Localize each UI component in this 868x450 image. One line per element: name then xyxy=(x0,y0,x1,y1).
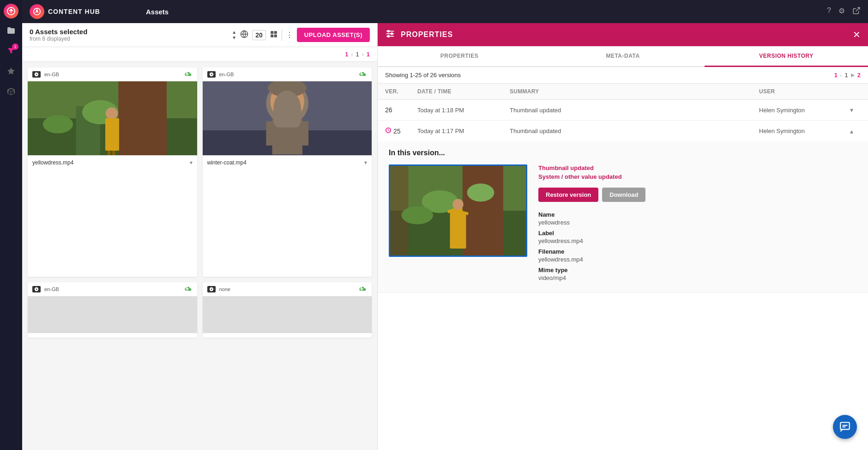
pagination-next[interactable]: › xyxy=(362,51,364,58)
svg-point-19 xyxy=(106,107,118,119)
ver-page-first[interactable]: 1 xyxy=(834,72,838,79)
app-logo xyxy=(30,4,44,19)
cloud-icon xyxy=(358,70,367,79)
version-row-25-main[interactable]: 25 Today at 1:17 PM Thumbnail updated He… xyxy=(378,121,868,141)
tab-meta-data[interactable]: META-DATA xyxy=(541,46,705,66)
svg-rect-62 xyxy=(840,422,850,429)
main-content: CONTENT HUB Assets ? ⚙ 0 Assets selected xyxy=(22,0,868,450)
assets-pagination: 1 ‹ 1 › 1 xyxy=(22,47,377,62)
version-thumb-img xyxy=(390,166,526,255)
meta-filename-label: Filename xyxy=(538,248,857,255)
in-this-version-title: In this version... xyxy=(389,149,857,157)
sidebar-item-star[interactable] xyxy=(3,63,19,79)
help-icon[interactable]: ? xyxy=(827,6,831,17)
ver-summary-26: Thumbnail updated xyxy=(510,107,759,114)
ver-page-last[interactable]: 2 xyxy=(857,72,861,79)
version-current-icon xyxy=(385,127,392,135)
tab-version-history[interactable]: VERSION HISTORY xyxy=(705,46,868,67)
properties-title: PROPERTIES xyxy=(401,30,847,39)
version-showing-text: Showing 1-25 of 26 versions xyxy=(385,72,461,79)
svg-rect-18 xyxy=(106,118,117,146)
asset-card-yellowdress[interactable]: en-GB xyxy=(28,67,197,277)
meta-filename: Filename yellowdress.mp4 xyxy=(538,248,857,263)
ver-page-prev[interactable]: ‹ xyxy=(840,73,842,78)
pagination-first[interactable]: 1 xyxy=(345,51,348,58)
svg-point-55 xyxy=(452,199,464,210)
locale-badge: none xyxy=(219,286,230,292)
pagination-current: 1 xyxy=(356,51,359,58)
asset-card-wintercoat[interactable]: en-GB xyxy=(203,67,372,277)
svg-point-61 xyxy=(457,243,464,247)
svg-rect-20 xyxy=(109,118,114,130)
ver-col-actions xyxy=(842,88,861,95)
asset-card-header: none xyxy=(203,282,372,296)
version-changes: Thumbnail updated System / other value u… xyxy=(538,164,857,180)
pagination-prev[interactable]: ‹ xyxy=(351,51,353,58)
asset-card-header: en-GB xyxy=(203,67,372,81)
version-table-header: Ver. Date / Time Summary User xyxy=(378,84,868,100)
svg-rect-7 xyxy=(271,34,273,37)
cloud-icon xyxy=(358,285,367,293)
svg-point-53 xyxy=(467,183,494,201)
svg-rect-6 xyxy=(274,31,277,34)
sidebar-item-folder[interactable] xyxy=(3,22,19,39)
ver-col-date: Date / Time xyxy=(417,88,510,95)
properties-icon xyxy=(385,29,395,41)
ver-page-current: 1 xyxy=(845,72,848,79)
meta-filename-value: yellowdress.mp4 xyxy=(538,256,857,263)
svg-line-2 xyxy=(856,7,860,11)
ver-page-next[interactable]: ▶ xyxy=(851,72,855,78)
ver-col-summary: Summary xyxy=(510,88,759,95)
grid-view-icon[interactable] xyxy=(270,30,278,40)
meta-mimetype-label: Mime type xyxy=(538,267,857,274)
filter-badge: 1 xyxy=(12,43,18,50)
asset-dropdown-arrow[interactable]: ▾ xyxy=(364,159,367,166)
download-button[interactable]: Download xyxy=(602,188,645,202)
ver-num-26: 26 xyxy=(385,106,417,114)
logo-icon[interactable] xyxy=(4,4,18,18)
ver-toggle-25[interactable]: ▴ xyxy=(842,128,861,135)
tab-properties[interactable]: PROPERTIES xyxy=(378,46,541,66)
more-options-icon[interactable]: ⋮ xyxy=(286,30,293,39)
version-row-26-main[interactable]: 26 Today at 1:18 PM Thumbnail updated He… xyxy=(378,100,868,120)
asset-name: winter-coat.mp4 xyxy=(207,159,247,166)
assets-panel: 0 Assets selected from 8 displayed ▲ ▼ 2… xyxy=(22,23,378,450)
topbar-icons: ? ⚙ xyxy=(827,6,861,17)
version-row-25: 25 Today at 1:17 PM Thumbnail updated He… xyxy=(378,121,868,293)
globe-icon[interactable] xyxy=(240,30,248,40)
version-pagination: Showing 1-25 of 26 versions 1 ‹ 1 ▶ 2 xyxy=(378,67,868,84)
chatbot-button[interactable] xyxy=(833,415,857,439)
video-type-icon xyxy=(207,71,216,78)
sidebar-item-filter[interactable]: 1 xyxy=(3,43,19,59)
version-expanded-body: Thumbnail updated System / other value u… xyxy=(389,164,857,281)
settings-icon[interactable]: ⚙ xyxy=(838,6,845,17)
svg-rect-49 xyxy=(463,166,503,255)
export-icon[interactable] xyxy=(852,6,861,17)
asset-card-3[interactable]: en-GB xyxy=(28,282,197,338)
svg-rect-32 xyxy=(266,122,275,146)
ver-col-ver: Ver. xyxy=(385,88,417,95)
svg-rect-5 xyxy=(271,31,273,34)
pagination-last[interactable]: 1 xyxy=(367,51,370,58)
sidebar-item-box[interactable] xyxy=(3,83,19,100)
ver-date-25: Today at 1:17 PM xyxy=(417,128,510,134)
locale-badge: en-GB xyxy=(44,72,59,77)
svg-point-17 xyxy=(43,115,73,133)
asset-thumbnail-wintercoat xyxy=(203,81,372,155)
upload-button[interactable]: UPLOAD ASSET(S) xyxy=(297,28,370,42)
asset-dropdown-arrow[interactable]: ▾ xyxy=(190,159,193,166)
svg-point-52 xyxy=(402,206,434,224)
meta-label-field: Label yellowdress.mp4 xyxy=(538,230,857,244)
asset-name: yellowdress.mp4 xyxy=(32,159,73,166)
meta-label-value: yellowdress.mp4 xyxy=(538,237,857,244)
page-size-display[interactable]: 20 xyxy=(252,30,266,40)
asset-card-4[interactable]: none xyxy=(203,282,372,338)
ver-toggle-26[interactable]: ▾ xyxy=(842,106,861,114)
restore-version-button[interactable]: Restore version xyxy=(538,188,598,202)
assets-from-display: from 8 displayed xyxy=(30,36,228,42)
sort-arrows[interactable]: ▲ ▼ xyxy=(232,30,236,40)
thumb-wintercoat-bg xyxy=(203,81,372,155)
close-properties-button[interactable]: ✕ xyxy=(853,29,861,40)
svg-rect-21 xyxy=(108,146,111,155)
topbar: CONTENT HUB Assets ? ⚙ xyxy=(22,0,868,23)
